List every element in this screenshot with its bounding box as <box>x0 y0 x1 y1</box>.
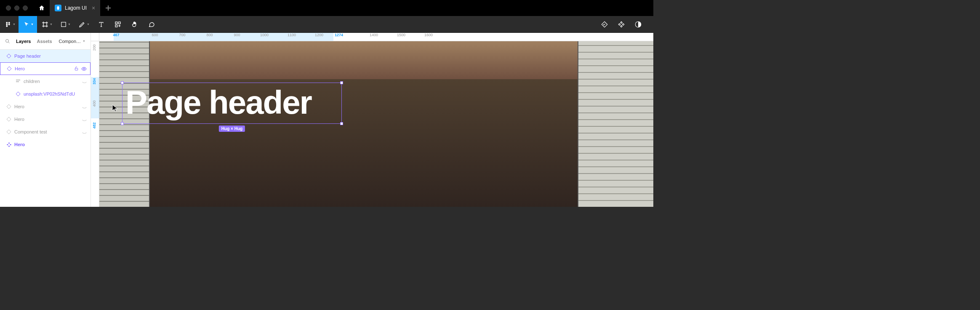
mask-icon <box>634 21 642 28</box>
chevron-down-icon: ▼ <box>50 23 53 26</box>
resize-handle-tl[interactable] <box>121 81 124 84</box>
resize-handle-tr[interactable] <box>340 81 343 84</box>
reset-overrides-button[interactable] <box>596 16 613 33</box>
component-button[interactable] <box>613 16 630 33</box>
new-tab-button[interactable] <box>100 0 116 16</box>
bg-building-mid <box>150 41 578 79</box>
chevron-down-icon: ▼ <box>83 40 85 43</box>
instance-icon <box>6 117 12 121</box>
svg-point-0 <box>6 22 8 24</box>
ruler-tick: 1100 <box>288 33 296 37</box>
ruler-tick: 1400 <box>370 33 378 37</box>
shape-tool-button[interactable]: ▼ <box>56 16 74 33</box>
resize-handle-br[interactable] <box>340 122 343 125</box>
layers-tab[interactable]: Layers <box>16 39 31 44</box>
instance-icon <box>15 92 21 96</box>
maximize-window-button[interactable] <box>23 5 28 11</box>
page-selector[interactable]: Compon… ▼ <box>59 39 85 44</box>
svg-rect-5 <box>61 22 66 27</box>
instance-icon <box>6 54 12 58</box>
search-button[interactable] <box>5 39 10 44</box>
close-window-button[interactable] <box>6 5 11 11</box>
home-tab[interactable] <box>34 0 50 16</box>
ruler-selection-h <box>114 33 333 41</box>
ruler-tick: 1500 <box>397 33 405 37</box>
vertical-ruler[interactable]: 200 334 400 482 <box>91 41 99 207</box>
figma-logo-icon <box>5 21 11 28</box>
ruler-tick: 1274 <box>335 33 343 37</box>
component-icon <box>618 21 625 28</box>
ruler-tick: 1600 <box>424 33 433 37</box>
svg-rect-13 <box>16 80 20 80</box>
layers-list: Page header Hero children <box>0 50 91 207</box>
resources-icon <box>115 21 121 28</box>
minimize-window-button[interactable] <box>14 5 19 11</box>
layer-component-test[interactable]: Component test <box>0 126 91 138</box>
text-tool-button[interactable] <box>93 16 109 33</box>
svg-point-10 <box>6 39 9 42</box>
hidden-icon[interactable] <box>82 129 87 135</box>
left-panel: Layers Assets Compon… ▼ Page header Hero <box>0 33 91 207</box>
horizontal-ruler[interactable]: 467 600 700 800 900 1000 1100 1200 1274 … <box>99 33 653 41</box>
main-area: Layers Assets Compon… ▼ Page header Hero <box>0 33 653 207</box>
ruler-tick: 482 <box>92 121 96 130</box>
cursor-icon <box>24 21 29 27</box>
layer-hero-selected[interactable]: Hero <box>0 62 91 75</box>
bg-building-left <box>99 41 150 207</box>
layer-label: Component test <box>14 129 47 134</box>
layer-hero-master[interactable]: Hero <box>0 138 91 151</box>
chevron-down-icon: ▼ <box>31 23 34 26</box>
search-icon <box>5 39 10 44</box>
pen-tool-button[interactable]: ▼ <box>74 16 93 33</box>
file-tab[interactable]: Lagom UI × <box>50 0 100 16</box>
layer-hero-3[interactable]: Hero <box>0 113 91 126</box>
layer-hero-2[interactable]: Hero <box>0 100 91 113</box>
assets-tab[interactable]: Assets <box>37 39 52 44</box>
frame-tool-button[interactable]: ▼ <box>37 16 56 33</box>
hidden-icon[interactable] <box>82 117 87 122</box>
layer-children[interactable]: children <box>0 75 91 88</box>
comment-icon <box>148 21 155 28</box>
pen-icon <box>79 21 85 28</box>
unlock-icon[interactable] <box>74 66 79 72</box>
figma-file-icon <box>55 5 61 11</box>
svg-point-1 <box>8 22 10 24</box>
layer-page-header[interactable]: Page header <box>0 50 91 62</box>
svg-rect-14 <box>16 81 19 82</box>
layer-label: Hero <box>15 66 25 71</box>
layer-unsplash[interactable]: unsplash:VP02hSNdTdU <box>0 88 91 100</box>
component-icon <box>6 142 12 147</box>
main-menu-button[interactable]: ▼ <box>0 16 19 33</box>
titlebar: Lagom UI × <box>0 0 653 16</box>
resize-handle-bl[interactable] <box>121 122 124 125</box>
cursor-pointer <box>112 104 118 112</box>
ruler-tick: 900 <box>234 33 240 37</box>
plus-icon <box>106 5 111 11</box>
ruler-tick: 1200 <box>315 33 323 37</box>
svg-rect-8 <box>115 25 117 27</box>
visibility-icon[interactable] <box>81 66 87 72</box>
close-tab-icon[interactable]: × <box>92 5 95 11</box>
chevron-down-icon: ▼ <box>87 23 90 26</box>
resources-button[interactable] <box>109 16 126 33</box>
comment-tool-button[interactable] <box>143 16 160 33</box>
hand-tool-button[interactable] <box>126 16 143 33</box>
mask-button[interactable] <box>630 16 647 33</box>
move-tool-button[interactable]: ▼ <box>19 16 37 33</box>
layer-label: Hero <box>14 117 24 122</box>
layer-label: Page header <box>14 53 41 59</box>
selection-box[interactable] <box>122 83 342 124</box>
hidden-icon[interactable] <box>82 79 87 84</box>
tab-title: Lagom UI <box>65 5 87 11</box>
chevron-down-icon: ▼ <box>13 23 16 26</box>
svg-point-4 <box>6 25 8 27</box>
svg-rect-6 <box>115 22 117 24</box>
home-icon <box>38 5 45 11</box>
hidden-icon[interactable] <box>82 104 87 110</box>
canvas[interactable]: Page header Hug × Hug <box>99 41 653 207</box>
ruler-tick: 200 <box>92 43 96 52</box>
ruler-tick: 334 <box>92 77 96 86</box>
ruler-tick: 700 <box>179 33 185 37</box>
chevron-down-icon: ▼ <box>68 23 71 26</box>
panel-tabs: Layers Assets Compon… ▼ <box>0 33 91 50</box>
